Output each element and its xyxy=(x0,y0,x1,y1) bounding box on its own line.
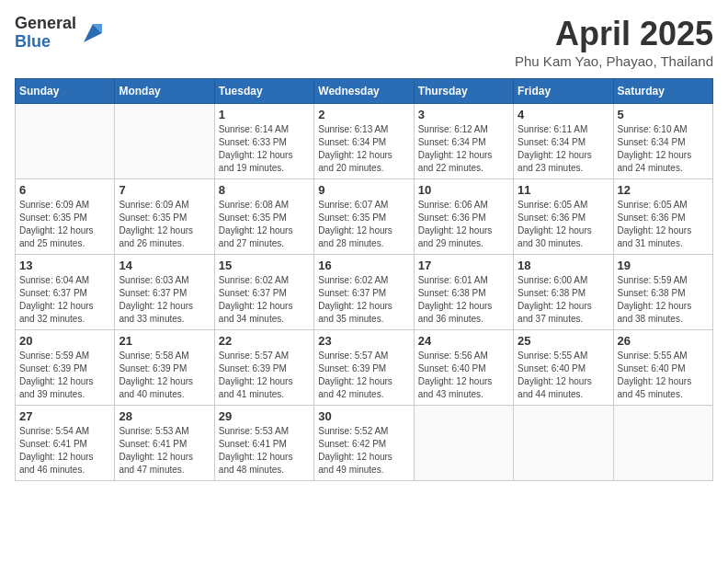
calendar-cell: 13Sunrise: 6:04 AM Sunset: 6:37 PM Dayli… xyxy=(16,255,115,330)
day-detail: Sunrise: 6:07 AM Sunset: 6:35 PM Dayligh… xyxy=(318,199,409,250)
day-detail: Sunrise: 6:10 AM Sunset: 6:34 PM Dayligh… xyxy=(618,123,709,175)
day-number: 6 xyxy=(19,183,110,197)
calendar-cell: 20Sunrise: 5:59 AM Sunset: 6:39 PM Dayli… xyxy=(16,330,115,406)
day-number: 26 xyxy=(618,334,709,348)
day-number: 3 xyxy=(418,108,509,121)
day-detail: Sunrise: 6:09 AM Sunset: 6:35 PM Dayligh… xyxy=(19,199,110,250)
calendar-cell: 17Sunrise: 6:01 AM Sunset: 6:38 PM Dayli… xyxy=(414,255,513,330)
day-detail: Sunrise: 6:02 AM Sunset: 6:37 PM Dayligh… xyxy=(219,274,310,326)
logo-general-text: General xyxy=(15,15,76,33)
day-number: 30 xyxy=(318,409,409,423)
day-detail: Sunrise: 5:58 AM Sunset: 6:39 PM Dayligh… xyxy=(119,350,210,401)
day-detail: Sunrise: 6:06 AM Sunset: 6:36 PM Dayligh… xyxy=(418,199,509,250)
logo-icon xyxy=(80,20,106,46)
calendar-week-row: 20Sunrise: 5:59 AM Sunset: 6:39 PM Dayli… xyxy=(16,330,713,406)
day-of-week-header: Saturday xyxy=(613,79,712,104)
calendar-table: SundayMondayTuesdayWednesdayThursdayFrid… xyxy=(15,78,713,481)
calendar-week-row: 6Sunrise: 6:09 AM Sunset: 6:35 PM Daylig… xyxy=(16,179,713,255)
day-detail: Sunrise: 5:52 AM Sunset: 6:42 PM Dayligh… xyxy=(318,425,409,477)
day-of-week-header: Tuesday xyxy=(214,79,313,104)
calendar-cell: 29Sunrise: 5:53 AM Sunset: 6:41 PM Dayli… xyxy=(214,406,313,481)
calendar-cell: 14Sunrise: 6:03 AM Sunset: 6:37 PM Dayli… xyxy=(115,255,214,330)
logo: General Blue xyxy=(15,15,106,52)
calendar-title: April 2025 xyxy=(515,15,713,53)
day-detail: Sunrise: 5:53 AM Sunset: 6:41 PM Dayligh… xyxy=(119,425,210,477)
day-number: 16 xyxy=(318,259,409,272)
day-detail: Sunrise: 5:54 AM Sunset: 6:41 PM Dayligh… xyxy=(19,425,110,477)
day-detail: Sunrise: 6:14 AM Sunset: 6:33 PM Dayligh… xyxy=(219,123,310,175)
day-detail: Sunrise: 6:09 AM Sunset: 6:35 PM Dayligh… xyxy=(119,199,210,250)
calendar-cell: 25Sunrise: 5:55 AM Sunset: 6:40 PM Dayli… xyxy=(514,330,613,406)
day-number: 18 xyxy=(518,259,609,272)
day-number: 2 xyxy=(318,108,409,121)
calendar-cell: 16Sunrise: 6:02 AM Sunset: 6:37 PM Dayli… xyxy=(314,255,414,330)
days-of-week-row: SundayMondayTuesdayWednesdayThursdayFrid… xyxy=(16,79,713,104)
day-of-week-header: Sunday xyxy=(16,79,115,104)
calendar-week-row: 1Sunrise: 6:14 AM Sunset: 6:33 PM Daylig… xyxy=(16,104,713,179)
day-number: 7 xyxy=(119,183,210,197)
day-detail: Sunrise: 6:05 AM Sunset: 6:36 PM Dayligh… xyxy=(518,199,609,250)
calendar-cell: 28Sunrise: 5:53 AM Sunset: 6:41 PM Dayli… xyxy=(115,406,214,481)
title-block: April 2025 Phu Kam Yao, Phayao, Thailand xyxy=(515,15,713,69)
day-detail: Sunrise: 6:12 AM Sunset: 6:34 PM Dayligh… xyxy=(418,123,509,175)
calendar-cell: 23Sunrise: 5:57 AM Sunset: 6:39 PM Dayli… xyxy=(314,330,414,406)
calendar-cell xyxy=(613,406,712,481)
day-detail: Sunrise: 5:56 AM Sunset: 6:40 PM Dayligh… xyxy=(418,350,509,401)
page-header: General Blue April 2025 Phu Kam Yao, Pha… xyxy=(15,15,713,69)
calendar-cell: 26Sunrise: 5:55 AM Sunset: 6:40 PM Dayli… xyxy=(613,330,712,406)
day-of-week-header: Thursday xyxy=(414,79,513,104)
day-of-week-header: Monday xyxy=(115,79,214,104)
day-detail: Sunrise: 6:01 AM Sunset: 6:38 PM Dayligh… xyxy=(418,274,509,326)
day-number: 23 xyxy=(318,334,409,348)
day-number: 4 xyxy=(518,108,609,121)
calendar-header: SundayMondayTuesdayWednesdayThursdayFrid… xyxy=(16,79,713,104)
calendar-cell xyxy=(115,104,214,179)
calendar-cell: 10Sunrise: 6:06 AM Sunset: 6:36 PM Dayli… xyxy=(414,179,513,255)
calendar-cell: 27Sunrise: 5:54 AM Sunset: 6:41 PM Dayli… xyxy=(16,406,115,481)
day-detail: Sunrise: 6:03 AM Sunset: 6:37 PM Dayligh… xyxy=(119,274,210,326)
calendar-cell: 1Sunrise: 6:14 AM Sunset: 6:33 PM Daylig… xyxy=(214,104,313,179)
day-detail: Sunrise: 6:13 AM Sunset: 6:34 PM Dayligh… xyxy=(318,123,409,175)
day-detail: Sunrise: 5:59 AM Sunset: 6:39 PM Dayligh… xyxy=(19,350,110,401)
day-detail: Sunrise: 5:59 AM Sunset: 6:38 PM Dayligh… xyxy=(618,274,709,326)
calendar-cell: 4Sunrise: 6:11 AM Sunset: 6:34 PM Daylig… xyxy=(514,104,613,179)
day-number: 22 xyxy=(219,334,310,348)
day-number: 12 xyxy=(618,183,709,197)
calendar-cell: 6Sunrise: 6:09 AM Sunset: 6:35 PM Daylig… xyxy=(16,179,115,255)
day-of-week-header: Friday xyxy=(514,79,613,104)
calendar-cell: 18Sunrise: 6:00 AM Sunset: 6:38 PM Dayli… xyxy=(514,255,613,330)
day-detail: Sunrise: 5:53 AM Sunset: 6:41 PM Dayligh… xyxy=(219,425,310,477)
day-detail: Sunrise: 6:04 AM Sunset: 6:37 PM Dayligh… xyxy=(19,274,110,326)
day-detail: Sunrise: 6:11 AM Sunset: 6:34 PM Dayligh… xyxy=(518,123,609,175)
day-detail: Sunrise: 5:55 AM Sunset: 6:40 PM Dayligh… xyxy=(618,350,709,401)
day-detail: Sunrise: 5:55 AM Sunset: 6:40 PM Dayligh… xyxy=(518,350,609,401)
day-number: 10 xyxy=(418,183,509,197)
day-number: 14 xyxy=(119,259,210,272)
day-number: 24 xyxy=(418,334,509,348)
day-number: 19 xyxy=(618,259,709,272)
calendar-cell: 5Sunrise: 6:10 AM Sunset: 6:34 PM Daylig… xyxy=(613,104,712,179)
calendar-cell: 11Sunrise: 6:05 AM Sunset: 6:36 PM Dayli… xyxy=(514,179,613,255)
calendar-cell: 12Sunrise: 6:05 AM Sunset: 6:36 PM Dayli… xyxy=(613,179,712,255)
calendar-cell: 21Sunrise: 5:58 AM Sunset: 6:39 PM Dayli… xyxy=(115,330,214,406)
calendar-cell: 9Sunrise: 6:07 AM Sunset: 6:35 PM Daylig… xyxy=(314,179,414,255)
calendar-body: 1Sunrise: 6:14 AM Sunset: 6:33 PM Daylig… xyxy=(16,104,713,481)
day-number: 29 xyxy=(219,409,310,423)
day-detail: Sunrise: 5:57 AM Sunset: 6:39 PM Dayligh… xyxy=(219,350,310,401)
calendar-cell: 30Sunrise: 5:52 AM Sunset: 6:42 PM Dayli… xyxy=(314,406,414,481)
calendar-cell xyxy=(16,104,115,179)
calendar-cell: 22Sunrise: 5:57 AM Sunset: 6:39 PM Dayli… xyxy=(214,330,313,406)
calendar-week-row: 27Sunrise: 5:54 AM Sunset: 6:41 PM Dayli… xyxy=(16,406,713,481)
logo-blue-text: Blue xyxy=(15,33,76,52)
day-number: 8 xyxy=(219,183,310,197)
day-of-week-header: Wednesday xyxy=(314,79,414,104)
calendar-cell: 8Sunrise: 6:08 AM Sunset: 6:35 PM Daylig… xyxy=(214,179,313,255)
day-number: 25 xyxy=(518,334,609,348)
calendar-cell: 15Sunrise: 6:02 AM Sunset: 6:37 PM Dayli… xyxy=(214,255,313,330)
day-number: 17 xyxy=(418,259,509,272)
day-number: 28 xyxy=(119,409,210,423)
calendar-cell: 19Sunrise: 5:59 AM Sunset: 6:38 PM Dayli… xyxy=(613,255,712,330)
calendar-cell: 2Sunrise: 6:13 AM Sunset: 6:34 PM Daylig… xyxy=(314,104,414,179)
day-number: 27 xyxy=(19,409,110,423)
day-number: 20 xyxy=(19,334,110,348)
